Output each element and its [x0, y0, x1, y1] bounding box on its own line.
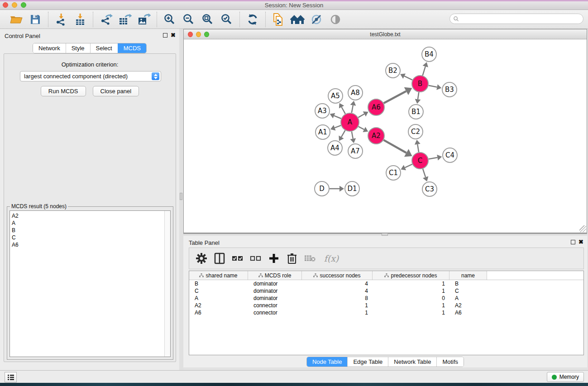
edge-A6-B[interactable]: [384, 91, 406, 103]
export-image-icon[interactable]: [136, 12, 152, 27]
control-panel-title: Control Panel: [5, 33, 40, 39]
add-column-icon[interactable]: [268, 252, 280, 265]
network-canvas[interactable]: AA1A2A3A4A5A6A7A8BB1B2B3B4CC1C2C3C4DD1: [184, 39, 587, 233]
table-row[interactable]: Bdominator41B: [189, 280, 583, 287]
edge-C-C3[interactable]: [423, 169, 425, 177]
edge-B-B2[interactable]: [404, 76, 412, 80]
column-header-predecessor-nodes[interactable]: predecessor nodes: [373, 271, 449, 280]
edge-B-B1[interactable]: [418, 92, 419, 100]
edge-A2-C[interactable]: [384, 140, 406, 152]
gear-icon[interactable]: [196, 252, 207, 265]
table-row[interactable]: A2connector11A2: [189, 302, 583, 309]
zoom-out-icon[interactable]: [181, 12, 197, 27]
float-panel-icon[interactable]: [163, 33, 167, 38]
zoom-fit-icon[interactable]: [200, 12, 216, 27]
edge-A-A1[interactable]: [335, 125, 341, 128]
node-label: C1: [389, 169, 398, 177]
import-network-icon[interactable]: [53, 12, 69, 27]
cell-MCDS-role: dominator: [248, 281, 302, 287]
close-panel-icon[interactable]: ✖: [578, 240, 583, 244]
edge-C-C2[interactable]: [417, 144, 419, 152]
network-window-titlebar[interactable]: testGlobe.txt: [184, 29, 587, 39]
dropdown-stepper-icon: [152, 72, 159, 80]
result-item[interactable]: A6: [12, 241, 19, 248]
node-label: A1: [318, 128, 327, 136]
cell-predecessor-nodes: 1: [373, 310, 449, 316]
session-title: Session: New Session: [0, 2, 588, 9]
float-panel-icon[interactable]: [571, 240, 575, 244]
vertical-splitter[interactable]: [179, 29, 183, 370]
edge-A-A7[interactable]: [352, 132, 353, 139]
mcds-result-box: MCDS result (5 nodes) A2ABCA6: [7, 206, 173, 360]
export-table-icon[interactable]: [117, 12, 133, 27]
cell-successor-nodes: 4: [302, 288, 373, 294]
tab-motifs[interactable]: Motifs: [436, 357, 464, 367]
clear-selection-icon[interactable]: [250, 252, 262, 265]
node-label: B2: [388, 67, 397, 75]
edge-A-A5[interactable]: [342, 107, 345, 114]
tab-mcds[interactable]: MCDS: [118, 43, 146, 53]
task-history-button[interactable]: [5, 372, 17, 382]
first-neighbors-icon[interactable]: [289, 12, 306, 27]
mcds-result-list[interactable]: A2ABCA6: [10, 210, 171, 357]
refresh-layout-icon[interactable]: [244, 12, 261, 27]
result-item[interactable]: B: [12, 227, 19, 234]
edge-B-B3[interactable]: [429, 86, 437, 87]
zoom-in-icon[interactable]: [162, 12, 178, 27]
cell-predecessor-nodes: 1: [373, 281, 449, 287]
result-scrollbar[interactable]: [164, 211, 170, 357]
search-input[interactable]: [459, 16, 583, 22]
table-row[interactable]: Cdominator41C: [189, 287, 583, 295]
close-panel-button[interactable]: Close panel: [93, 86, 139, 96]
edge-A-A8[interactable]: [352, 105, 353, 113]
tab-style[interactable]: Style: [66, 43, 90, 53]
delete-column-icon[interactable]: [286, 252, 298, 265]
edge-A-A4[interactable]: [341, 130, 345, 137]
result-item[interactable]: A: [12, 219, 19, 227]
zoom-selected-icon[interactable]: [219, 12, 235, 27]
column-header-successor-nodes[interactable]: successor nodes: [302, 271, 373, 280]
table-row[interactable]: A6connector11A6: [189, 309, 583, 316]
close-panel-icon[interactable]: ✖: [171, 33, 176, 38]
edge-C-C4[interactable]: [429, 157, 438, 159]
node-table[interactable]: shared nameMCDS rolesuccessor nodesprede…: [189, 271, 584, 355]
node-label: D: [319, 185, 325, 193]
table-row[interactable]: Adominator80A: [189, 295, 583, 302]
workspace: Control Panel ✖ NetworkStyleSelectMCDS O…: [0, 29, 588, 370]
result-item[interactable]: C: [12, 234, 19, 241]
splitter-handle[interactable]: [180, 193, 182, 200]
resize-grip-icon[interactable]: [579, 225, 586, 232]
show-details-icon[interactable]: [327, 12, 344, 27]
memory-button[interactable]: Memory: [547, 372, 584, 382]
new-network-from-selection-icon[interactable]: [270, 12, 287, 27]
tab-select[interactable]: Select: [90, 43, 118, 53]
edge-A-A3[interactable]: [334, 116, 341, 119]
tab-edge-table[interactable]: Edge Table: [347, 357, 388, 367]
search-box[interactable]: [449, 14, 583, 24]
column-header-MCDS-role[interactable]: MCDS role: [248, 271, 302, 280]
result-item[interactable]: A2: [12, 212, 19, 219]
edge-A-A2[interactable]: [359, 127, 364, 130]
import-table-icon[interactable]: [72, 12, 88, 27]
hide-details-icon[interactable]: [308, 12, 325, 27]
open-file-icon[interactable]: [8, 12, 24, 27]
network-graph[interactable]: AA1A2A3A4A5A6A7A8BB1B2B3B4CC1C2C3C4DD1: [184, 39, 587, 233]
criterion-dropdown[interactable]: largest connected component (directed): [20, 71, 161, 81]
tab-network[interactable]: Network: [33, 43, 66, 53]
node-label: B: [418, 80, 422, 88]
export-network-icon[interactable]: [98, 12, 114, 27]
select-all-icon[interactable]: [232, 252, 244, 265]
status-bar: Memory: [0, 370, 588, 383]
run-mcds-button[interactable]: Run MCDS: [41, 86, 86, 96]
titlebar: Session: New Session: [0, 0, 588, 10]
column-header-name[interactable]: name: [449, 271, 487, 280]
edge-A-A6[interactable]: [358, 114, 364, 118]
save-session-icon[interactable]: [27, 12, 43, 27]
column-chooser-icon[interactable]: [214, 252, 225, 265]
mcds-tab-content: Optimization criterion: largest connecte…: [4, 53, 176, 362]
edge-C-C1[interactable]: [405, 164, 412, 167]
column-header-shared-name[interactable]: shared name: [189, 271, 248, 280]
tab-node-table[interactable]: Node Table: [307, 357, 348, 367]
tab-network-table[interactable]: Network Table: [388, 357, 436, 367]
edge-B-B4[interactable]: [423, 67, 425, 76]
